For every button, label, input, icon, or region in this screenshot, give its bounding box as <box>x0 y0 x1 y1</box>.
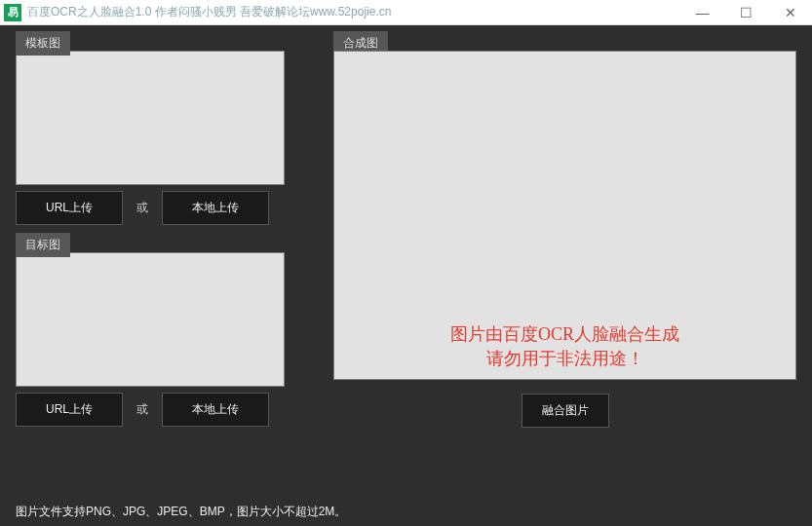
fuse-button-row: 融合图片 <box>333 394 796 428</box>
template-local-upload-button[interactable]: 本地上传 <box>162 191 269 225</box>
result-image-box: 图片由百度OCR人脸融合生成 请勿用于非法用途！ <box>333 51 796 380</box>
window-controls: — ☐ ✕ <box>680 0 812 24</box>
template-url-upload-button[interactable]: URL上传 <box>16 191 123 225</box>
template-button-row: URL上传 或 本地上传 <box>16 191 285 225</box>
maximize-button[interactable]: ☐ <box>724 0 768 24</box>
template-panel-label: 模板图 <box>16 31 70 56</box>
target-panel: 目标图 <box>16 252 285 387</box>
watermark-text: 图片由百度OCR人脸融合生成 请勿用于非法用途！ <box>334 322 795 371</box>
or-separator: 或 <box>136 401 148 418</box>
target-panel-label: 目标图 <box>16 233 70 257</box>
fuse-button[interactable]: 融合图片 <box>522 394 609 428</box>
template-panel: 模板图 <box>16 51 285 185</box>
target-button-row: URL上传 或 本地上传 <box>16 393 285 427</box>
template-image-box[interactable] <box>16 51 285 185</box>
left-column: 模板图 URL上传 或 本地上传 目标图 URL上传 或 本地上传 <box>16 51 285 428</box>
footer-note: 图片文件支持PNG、JPG、JPEG、BMP，图片大小不超过2M。 <box>16 504 346 520</box>
watermark-line2: 请勿用于非法用途！ <box>334 347 795 371</box>
right-column: 合成图 图片由百度OCR人脸融合生成 请勿用于非法用途！ 融合图片 <box>333 51 796 428</box>
app-body: 模板图 URL上传 或 本地上传 目标图 URL上传 或 本地上传 合成图 <box>0 25 812 526</box>
target-local-upload-button[interactable]: 本地上传 <box>162 393 269 427</box>
target-image-box[interactable] <box>16 252 285 387</box>
target-url-upload-button[interactable]: URL上传 <box>16 393 123 427</box>
app-icon: 易 <box>4 4 21 21</box>
or-separator: 或 <box>136 200 148 216</box>
close-button[interactable]: ✕ <box>768 0 812 24</box>
titlebar: 易 百度OCR之人脸融合1.0 作者闷骚小贱男 吾爱破解论坛www.52poji… <box>0 0 812 25</box>
result-panel: 合成图 图片由百度OCR人脸融合生成 请勿用于非法用途！ <box>333 51 796 380</box>
minimize-button[interactable]: — <box>680 0 724 24</box>
window-title: 百度OCR之人脸融合1.0 作者闷骚小贱男 吾爱破解论坛www.52pojie.… <box>27 4 680 20</box>
watermark-line1: 图片由百度OCR人脸融合生成 <box>334 322 795 347</box>
